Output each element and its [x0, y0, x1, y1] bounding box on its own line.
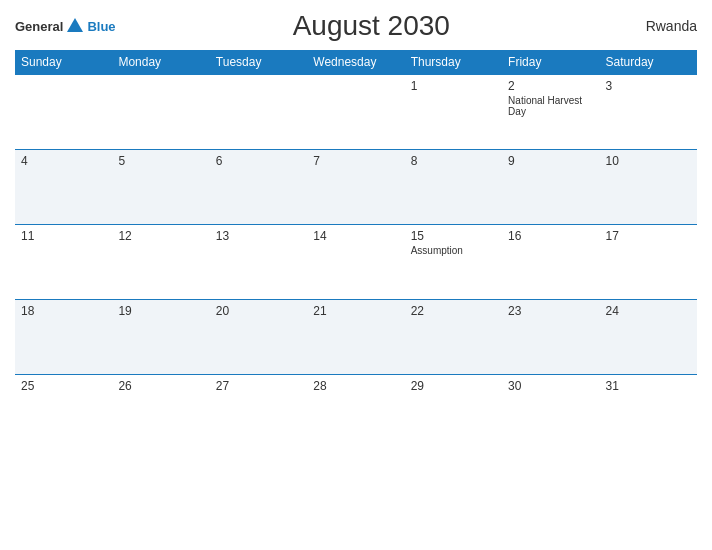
logo-blue: Blue	[87, 19, 115, 34]
day-number: 16	[508, 229, 593, 243]
calendar-cell: 31	[600, 375, 697, 450]
calendar-cell: 15Assumption	[405, 225, 502, 300]
calendar-cell: 12	[112, 225, 209, 300]
calendar-cell: 22	[405, 300, 502, 375]
calendar-cell: 6	[210, 150, 307, 225]
calendar-cell: 8	[405, 150, 502, 225]
calendar-cell: 4	[15, 150, 112, 225]
calendar-week-row: 12National Harvest Day3	[15, 75, 697, 150]
day-number: 30	[508, 379, 593, 393]
day-number: 18	[21, 304, 106, 318]
day-number: 3	[606, 79, 691, 93]
day-number: 31	[606, 379, 691, 393]
calendar-cell	[15, 75, 112, 150]
calendar-table: SundayMondayTuesdayWednesdayThursdayFrid…	[15, 50, 697, 450]
logo-general: General	[15, 19, 63, 34]
calendar-cell: 2National Harvest Day	[502, 75, 599, 150]
day-number: 13	[216, 229, 301, 243]
page-header: General Blue August 2030 Rwanda	[15, 10, 697, 42]
calendar-cell: 21	[307, 300, 404, 375]
calendar-cell: 29	[405, 375, 502, 450]
day-number: 21	[313, 304, 398, 318]
day-number: 4	[21, 154, 106, 168]
calendar-cell: 28	[307, 375, 404, 450]
weekday-header-tuesday: Tuesday	[210, 50, 307, 75]
weekday-header-sunday: Sunday	[15, 50, 112, 75]
weekday-header-saturday: Saturday	[600, 50, 697, 75]
day-number: 5	[118, 154, 203, 168]
calendar-cell: 13	[210, 225, 307, 300]
calendar-cell: 24	[600, 300, 697, 375]
calendar-cell: 18	[15, 300, 112, 375]
calendar-cell: 7	[307, 150, 404, 225]
calendar-cell: 19	[112, 300, 209, 375]
calendar-cell	[112, 75, 209, 150]
day-number: 24	[606, 304, 691, 318]
calendar-cell: 14	[307, 225, 404, 300]
holiday-name: Assumption	[411, 245, 496, 256]
weekday-header-wednesday: Wednesday	[307, 50, 404, 75]
calendar-week-row: 1112131415Assumption1617	[15, 225, 697, 300]
day-number: 8	[411, 154, 496, 168]
calendar-body: 12National Harvest Day345678910111213141…	[15, 75, 697, 450]
day-number: 1	[411, 79, 496, 93]
calendar-cell: 10	[600, 150, 697, 225]
calendar-cell	[307, 75, 404, 150]
day-number: 27	[216, 379, 301, 393]
calendar-cell: 25	[15, 375, 112, 450]
day-number: 22	[411, 304, 496, 318]
day-number: 20	[216, 304, 301, 318]
calendar-cell: 20	[210, 300, 307, 375]
calendar-cell: 27	[210, 375, 307, 450]
day-number: 23	[508, 304, 593, 318]
calendar-cell: 1	[405, 75, 502, 150]
calendar-cell: 5	[112, 150, 209, 225]
logo-triangle-icon	[67, 18, 83, 32]
calendar-week-row: 45678910	[15, 150, 697, 225]
day-number: 11	[21, 229, 106, 243]
calendar-cell: 17	[600, 225, 697, 300]
day-number: 15	[411, 229, 496, 243]
day-number: 7	[313, 154, 398, 168]
day-number: 25	[21, 379, 106, 393]
calendar-cell: 26	[112, 375, 209, 450]
day-number: 9	[508, 154, 593, 168]
day-number: 14	[313, 229, 398, 243]
day-number: 29	[411, 379, 496, 393]
country-label: Rwanda	[627, 18, 697, 34]
day-number: 2	[508, 79, 593, 93]
weekday-header-row: SundayMondayTuesdayWednesdayThursdayFrid…	[15, 50, 697, 75]
calendar-week-row: 18192021222324	[15, 300, 697, 375]
calendar-header: SundayMondayTuesdayWednesdayThursdayFrid…	[15, 50, 697, 75]
calendar-cell: 11	[15, 225, 112, 300]
weekday-header-monday: Monday	[112, 50, 209, 75]
day-number: 28	[313, 379, 398, 393]
day-number: 6	[216, 154, 301, 168]
day-number: 12	[118, 229, 203, 243]
day-number: 10	[606, 154, 691, 168]
calendar-cell	[210, 75, 307, 150]
weekday-header-thursday: Thursday	[405, 50, 502, 75]
day-number: 26	[118, 379, 203, 393]
holiday-name: National Harvest Day	[508, 95, 593, 117]
calendar-cell: 16	[502, 225, 599, 300]
calendar-cell: 30	[502, 375, 599, 450]
calendar-cell: 9	[502, 150, 599, 225]
month-title: August 2030	[116, 10, 627, 42]
logo: General Blue	[15, 17, 116, 35]
day-number: 19	[118, 304, 203, 318]
calendar-cell: 3	[600, 75, 697, 150]
calendar-cell: 23	[502, 300, 599, 375]
day-number: 17	[606, 229, 691, 243]
calendar-week-row: 25262728293031	[15, 375, 697, 450]
weekday-header-friday: Friday	[502, 50, 599, 75]
